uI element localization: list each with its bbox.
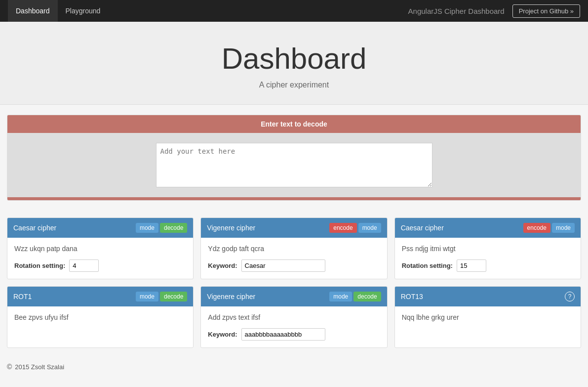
card-header: ROT1 mode decode — [7, 287, 193, 306]
mode-button[interactable]: mode — [136, 223, 158, 233]
navbar: Dashboard Playground AngularJS Cipher Da… — [0, 0, 588, 22]
app-title: AngularJS Cipher Dashboard — [408, 7, 505, 15]
nav-links: Dashboard Playground — [8, 0, 108, 22]
hero-subtitle: A cipher experiment — [10, 81, 578, 89]
help-button[interactable]: ? — [565, 292, 575, 301]
card-header-buttons: mode decode — [136, 292, 187, 301]
cards-grid: Caesar cipher mode decode Wzz ukqn patp … — [0, 211, 588, 355]
cipher-text: Bee zpvs ufyu ifsf — [14, 313, 186, 321]
navbar-right: AngularJS Cipher Dashboard Project on Gi… — [408, 4, 580, 18]
rotation-input[interactable] — [69, 259, 99, 272]
card-header-buttons: ? — [565, 292, 575, 301]
rotation-input[interactable] — [457, 259, 486, 272]
field-label: Keyword: — [208, 262, 237, 269]
encode-button[interactable]: encode — [523, 223, 550, 233]
cipher-card-caesar2: Caesar cipher encode mode Pss ndjg itmi … — [394, 217, 581, 279]
decode-button[interactable]: decode — [353, 292, 381, 301]
card-header-buttons: mode decode — [329, 292, 381, 301]
card-header-buttons: encode mode — [329, 223, 381, 233]
card-header: Caesar cipher encode mode — [395, 218, 581, 238]
card-header: Vigenere cipher mode decode — [201, 287, 387, 306]
field-label: Rotation setting: — [402, 262, 453, 269]
footer-text: 2015 Zsolt Szalai — [15, 363, 64, 371]
decode-footer-bar — [7, 197, 581, 200]
card-header: Caesar cipher mode decode — [7, 218, 193, 238]
card-title: Vigenere cipher — [207, 224, 255, 232]
field-row: Rotation setting: — [402, 259, 574, 272]
cipher-text: Nqq lbhe grkg urer — [402, 313, 574, 321]
nav-dashboard[interactable]: Dashboard — [8, 0, 58, 22]
cipher-text: Pss ndjg itmi wtgt — [402, 245, 574, 253]
cipher-text: Add zpvs text ifsf — [208, 313, 380, 321]
cipher-text: Ydz godp taft qcra — [208, 245, 380, 253]
decode-section: Enter text to decode — [7, 115, 581, 201]
mode-button[interactable]: mode — [552, 223, 575, 233]
mode-button[interactable]: mode — [136, 292, 158, 301]
card-body: Ydz godp taft qcra Keyword: — [201, 238, 387, 279]
footer: © 2015 Zsolt Szalai — [0, 355, 588, 379]
card-header: Vigenere cipher encode mode — [201, 218, 387, 238]
hero-title: Dashboard — [10, 42, 578, 76]
card-title: Vigenere cipher — [207, 293, 255, 301]
cipher-text: Wzz ukqn patp dana — [14, 245, 186, 253]
keyword-input[interactable] — [241, 328, 325, 341]
card-title: ROT13 — [401, 293, 423, 301]
card-body: Add zpvs text ifsf Keyword: — [201, 306, 387, 347]
keyword-input[interactable] — [241, 259, 325, 272]
card-title: Caesar cipher — [401, 224, 444, 232]
cipher-card-vigenere1: Vigenere cipher encode mode Ydz godp taf… — [200, 217, 387, 279]
hero-section: Dashboard A cipher experiment — [0, 22, 588, 105]
mode-button[interactable]: mode — [358, 223, 381, 233]
encode-button[interactable]: encode — [329, 223, 356, 233]
mode-button[interactable]: mode — [329, 292, 352, 301]
field-row: Rotation setting: — [14, 259, 186, 272]
decode-button[interactable]: decode — [160, 223, 187, 233]
field-label: Keyword: — [208, 331, 237, 338]
decode-button[interactable]: decode — [160, 292, 187, 301]
card-title: Caesar cipher — [13, 224, 56, 232]
decode-textarea[interactable] — [156, 143, 432, 187]
card-body: Pss ndjg itmi wtgt Rotation setting: — [395, 238, 581, 279]
card-body: Bee zpvs ufyu ifsf — [7, 306, 193, 346]
cipher-card-rot1: ROT1 mode decode Bee zpvs ufyu ifsf — [7, 286, 194, 348]
nav-playground[interactable]: Playground — [58, 0, 109, 22]
cipher-card-caesar1: Caesar cipher mode decode Wzz ukqn patp … — [7, 217, 194, 279]
decode-header: Enter text to decode — [7, 115, 581, 133]
cipher-card-vigenere2: Vigenere cipher mode decode Add zpvs tex… — [200, 286, 387, 348]
field-row: Keyword: — [208, 259, 380, 272]
card-header: ROT13 ? — [395, 287, 581, 306]
card-header-buttons: encode mode — [523, 223, 575, 233]
copyright-icon: © — [7, 363, 12, 371]
cipher-card-rot13: ROT13 ? Nqq lbhe grkg urer — [394, 286, 581, 348]
card-body: Nqq lbhe grkg urer — [395, 306, 581, 346]
decode-body — [7, 133, 581, 197]
card-body: Wzz ukqn patp dana Rotation setting: — [7, 238, 193, 279]
card-header-buttons: mode decode — [136, 223, 187, 233]
field-row: Keyword: — [208, 328, 380, 341]
field-label: Rotation setting: — [14, 262, 65, 269]
card-title: ROT1 — [13, 293, 32, 301]
github-button[interactable]: Project on Github » — [512, 4, 580, 18]
